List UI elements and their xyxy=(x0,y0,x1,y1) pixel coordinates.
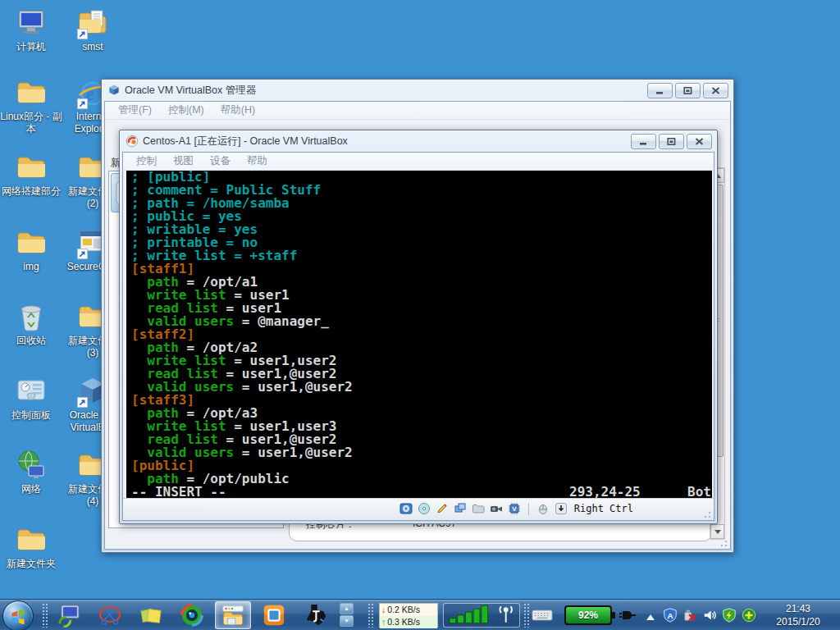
taskbar: ▲ ▼ ↓0.2 KB/s ↑0.3 KB/s xyxy=(0,599,840,630)
clock-time: 21:43 xyxy=(763,602,833,615)
vm-menu-0[interactable]: 控制 xyxy=(128,154,165,168)
battery-indicator[interactable]: 92% xyxy=(564,605,637,625)
vm-menu-3[interactable]: 帮助 xyxy=(239,154,276,168)
clock-date: 2015/1/20 xyxy=(763,615,833,628)
wireless-signal-panel[interactable] xyxy=(443,603,520,628)
desktop-icon-recycle-bin-4[interactable]: 回收站 xyxy=(0,300,62,347)
shield-green-tray-icon[interactable] xyxy=(722,608,737,623)
ti-texas-icon xyxy=(303,603,327,628)
folder-icon xyxy=(15,523,48,556)
volume-tray-icon[interactable] xyxy=(702,608,717,623)
mouse-status-icon[interactable] xyxy=(536,502,550,515)
vim-ruler: 293,24-25 xyxy=(569,486,641,499)
show-hidden-icons-arrow[interactable] xyxy=(646,610,655,620)
desktop-icon-computer-0[interactable]: 计算机 xyxy=(0,7,62,53)
pencil-status-icon[interactable] xyxy=(436,502,449,515)
optical-status-icon[interactable] xyxy=(418,502,431,515)
media-player-taskbar-button[interactable] xyxy=(174,601,210,629)
antenna-icon xyxy=(497,605,514,624)
harddisk-status-icon[interactable] xyxy=(399,502,413,515)
svg-text:A: A xyxy=(668,611,673,620)
manager-menu-1[interactable]: 控制(M) xyxy=(160,103,212,117)
snipping-taskbar-button[interactable] xyxy=(92,601,128,629)
vm-menu-1[interactable]: 视图 xyxy=(165,154,202,168)
taskbar-grip[interactable] xyxy=(42,603,48,628)
taskbar-scroll-down[interactable]: ▼ xyxy=(340,615,354,627)
desktop-icon-doc-folder-0[interactable]: smst xyxy=(62,7,124,53)
taskbar-clock[interactable]: 21:43 2015/1/20 xyxy=(763,602,833,628)
desktop: 计算机Linux部分 - 副本网络搭建部分img回收站控制面板网络新建文件夹sm… xyxy=(0,0,840,630)
statusbar-separator xyxy=(528,503,529,515)
ti-texas-taskbar-button[interactable] xyxy=(297,601,333,629)
download-arrow-icon: ↓ xyxy=(381,604,386,616)
vm-statusbar: VRight Ctrl xyxy=(123,498,714,520)
desktop-icon-folder-1[interactable]: Linux部分 - 副本 xyxy=(0,76,62,135)
network-globe-icon xyxy=(15,449,48,482)
shared-folder-status-icon[interactable] xyxy=(472,502,485,515)
keyboard-indicator-icon[interactable] xyxy=(532,608,553,625)
download-speed: 0.2 KB/s xyxy=(387,604,420,616)
manager-titlebar[interactable]: Oracle VM VirtualBox 管理器 xyxy=(102,80,733,101)
taskbar-scroll-arrows: ▲ ▼ xyxy=(340,603,354,627)
vm-menu-2[interactable]: 设备 xyxy=(202,154,239,168)
taskbar-buttons xyxy=(51,601,333,629)
health-plus-tray-icon[interactable] xyxy=(742,608,756,623)
manager-maximize-button[interactable] xyxy=(675,83,701,98)
shield-a-tray-icon[interactable]: A xyxy=(663,608,678,623)
taskbar-grip[interactable] xyxy=(368,603,373,628)
taskbar-grip[interactable] xyxy=(523,603,529,628)
vim-status-line: -- INSERT --293,24-25Bot xyxy=(131,486,712,499)
snipping-icon xyxy=(98,603,122,628)
network-speed-monitor[interactable]: ↓0.2 KB/s ↑0.3 KB/s xyxy=(379,603,438,628)
system-tray: A xyxy=(663,608,756,623)
windows-status-icon[interactable] xyxy=(454,502,467,515)
manager-menu-0[interactable]: 管理(F) xyxy=(110,103,160,117)
remote-desktop-taskbar-button[interactable] xyxy=(51,601,87,629)
sticky-notes-taskbar-button[interactable] xyxy=(133,601,169,629)
recycle-bin-icon xyxy=(15,300,48,333)
desktop-icon-control-panel-5[interactable]: 控制面板 xyxy=(0,375,62,422)
terminal-line: valid users = user1,@user2 xyxy=(131,446,712,459)
desktop-icon-label: 控制面板 xyxy=(0,409,62,422)
desktop-icon-folder-3[interactable]: img xyxy=(0,226,62,273)
desktop-icon-label: 网络 xyxy=(0,483,62,495)
usb-remove-tray-icon[interactable] xyxy=(682,608,697,623)
doc-folder-icon xyxy=(76,7,109,39)
taskbar-scroll-up[interactable]: ▲ xyxy=(340,603,354,614)
chip-status-icon[interactable]: V xyxy=(508,502,521,515)
vm-close-button[interactable] xyxy=(687,134,712,149)
vm-window-title: Centos-A1 [正在运行] - Oracle VM VirtualBox xyxy=(143,135,348,148)
desktop-icon-label: Linux部分 - 副本 xyxy=(0,111,62,135)
control-panel-icon xyxy=(15,375,48,408)
terminal-line: valid users = user1,@user2 xyxy=(131,381,712,394)
video-capture-status-icon[interactable] xyxy=(490,502,503,515)
vm-resize-grip[interactable] xyxy=(701,509,711,518)
start-button[interactable] xyxy=(2,600,34,630)
desktop-icon-folder-7[interactable]: 新建文件夹 xyxy=(0,523,62,570)
vm-maximize-button[interactable] xyxy=(659,134,684,149)
manager-menubar: 管理(F)控制(M)帮助(H) xyxy=(105,102,730,120)
manager-resize-grip[interactable] xyxy=(718,537,728,547)
desktop-icon-label: 计算机 xyxy=(0,41,62,53)
manager-close-button[interactable] xyxy=(703,83,728,98)
keyboard-capture-status-icon[interactable] xyxy=(555,502,568,515)
terminal-screen[interactable]: ; [public]; comment = Public Stuff; path… xyxy=(126,171,712,499)
vm-titlebar[interactable]: Centos-A1 [正在运行] - Oracle VM VirtualBox xyxy=(120,130,717,152)
desktop-icon-network-globe-6[interactable]: 网络 xyxy=(0,449,62,495)
manager-minimize-button[interactable] xyxy=(647,83,673,98)
host-key-label: Right Ctrl xyxy=(574,503,633,514)
desktop-icon-label: img xyxy=(0,261,62,273)
desktop-icon-label: 新建文件夹 xyxy=(0,558,62,570)
explorer-taskbar-button[interactable] xyxy=(215,601,251,629)
upload-speed: 0.3 KB/s xyxy=(387,616,420,628)
desktop-icon-folder-2[interactable]: 网络搭建部分 xyxy=(0,151,62,198)
upload-arrow-icon: ↑ xyxy=(381,616,386,628)
vmware-taskbar-button[interactable] xyxy=(256,601,292,629)
media-player-icon xyxy=(180,603,204,628)
explorer-icon xyxy=(221,603,245,628)
desktop-icon-label: smst xyxy=(62,41,124,53)
vm-minimize-button[interactable] xyxy=(631,134,656,149)
manager-menu-2[interactable]: 帮助(H) xyxy=(212,103,263,117)
virtualbox-cube-icon xyxy=(107,84,121,97)
vm-window: Centos-A1 [正在运行] - Oracle VM VirtualBox … xyxy=(119,130,718,524)
